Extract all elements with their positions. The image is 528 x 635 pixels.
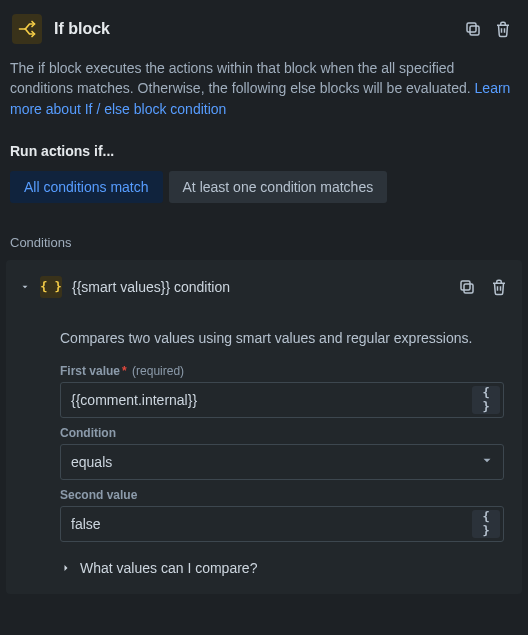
panel-header: If block [6, 8, 522, 50]
condition-delete-button[interactable] [484, 272, 514, 302]
if-block-panel: If block The if block executes the actio… [0, 0, 528, 600]
run-actions-label: Run actions if... [6, 121, 522, 165]
condition-description: Compares two values using smart values a… [60, 316, 504, 356]
chevron-down-icon [20, 280, 30, 294]
smart-value-picker-button[interactable]: { } [472, 510, 500, 538]
condition-card: { } {{smart values}} condition [6, 260, 522, 594]
panel-description: The if block executes the actions within… [6, 50, 522, 121]
condition-title: {{smart values}} condition [72, 279, 452, 295]
collapse-toggle[interactable] [14, 276, 36, 298]
condition-actions [452, 272, 514, 302]
svg-rect-3 [461, 281, 470, 290]
first-value-input[interactable] [60, 382, 504, 418]
condition-header: { } {{smart values}} condition [6, 260, 522, 310]
trash-icon [490, 278, 508, 296]
conditions-section-label: Conditions [6, 207, 522, 254]
duplicate-button[interactable] [458, 14, 488, 44]
first-value-label: First value* (required) [60, 356, 504, 382]
copy-icon [464, 20, 482, 38]
condition-field-label: Condition [60, 418, 504, 444]
required-marker: * [120, 364, 129, 378]
condition-select[interactable]: equals [60, 444, 504, 480]
second-value-field-wrap: { } [60, 506, 504, 542]
smart-value-picker-button[interactable]: { } [472, 386, 500, 414]
trash-icon [494, 20, 512, 38]
help-text: What values can I compare? [80, 560, 257, 576]
copy-icon [458, 278, 476, 296]
chevron-right-icon [60, 562, 72, 574]
svg-rect-1 [467, 23, 476, 32]
condition-duplicate-button[interactable] [452, 272, 482, 302]
run-actions-toggle-group: All conditions match At least one condit… [6, 165, 522, 207]
condition-body: Compares two values using smart values a… [6, 310, 522, 576]
second-value-input[interactable] [60, 506, 504, 542]
branch-icon [12, 14, 42, 44]
panel-description-text: The if block executes the actions within… [10, 60, 475, 96]
second-value-label: Second value [60, 480, 504, 506]
first-value-field-wrap: { } [60, 382, 504, 418]
toggle-all-conditions[interactable]: All conditions match [10, 171, 163, 203]
toggle-one-condition[interactable]: At least one condition matches [169, 171, 388, 203]
svg-rect-0 [470, 26, 479, 35]
delete-button[interactable] [488, 14, 518, 44]
svg-rect-2 [464, 284, 473, 293]
condition-select-wrap: equals [60, 444, 504, 480]
braces-icon: { } [40, 276, 62, 298]
panel-title: If block [54, 20, 458, 38]
required-text: (required) [132, 364, 184, 378]
help-expander[interactable]: What values can I compare? [60, 542, 504, 576]
